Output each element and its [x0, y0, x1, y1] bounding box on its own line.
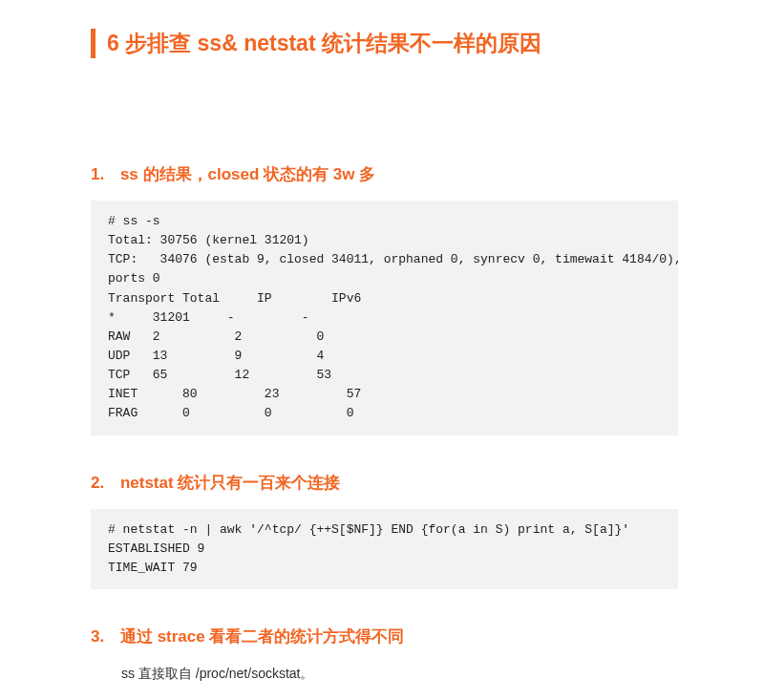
section-3-heading: 3. 通过 strace 看看二者的统计方式得不同	[91, 626, 678, 647]
section-2-title: netstat 统计只有一百来个连接	[116, 474, 340, 492]
section-3-body: ss 直接取自 /proc/net/sockstat。	[121, 663, 678, 684]
code-block-2: # netstat -n | awk '/^tcp/ {++S[$NF]} EN…	[91, 509, 678, 589]
section-1-title: ss 的结果，closed 状态的有 3w 多	[116, 165, 375, 183]
section-2-num: 2.	[91, 474, 104, 492]
section-3-title: 通过 strace 看看二者的统计方式得不同	[116, 627, 404, 646]
section-1: 1. ss 的结果，closed 状态的有 3w 多 # ss -s Total…	[91, 163, 678, 435]
section-1-heading: 1. ss 的结果，closed 状态的有 3w 多	[91, 163, 678, 185]
section-2-heading: 2. netstat 统计只有一百来个连接	[91, 472, 678, 494]
section-2: 2. netstat 统计只有一百来个连接 # netstat -n | awk…	[91, 472, 678, 589]
section-1-num: 1.	[91, 165, 104, 183]
page-title: 6 步排查 ss& netstat 统计结果不一样的原因	[91, 29, 678, 58]
section-3: 3. 通过 strace 看看二者的统计方式得不同 ss 直接取自 /proc/…	[91, 626, 678, 684]
code-block-1: # ss -s Total: 30756 (kernel 31201) TCP:…	[91, 201, 678, 435]
section-3-num: 3.	[91, 627, 104, 646]
